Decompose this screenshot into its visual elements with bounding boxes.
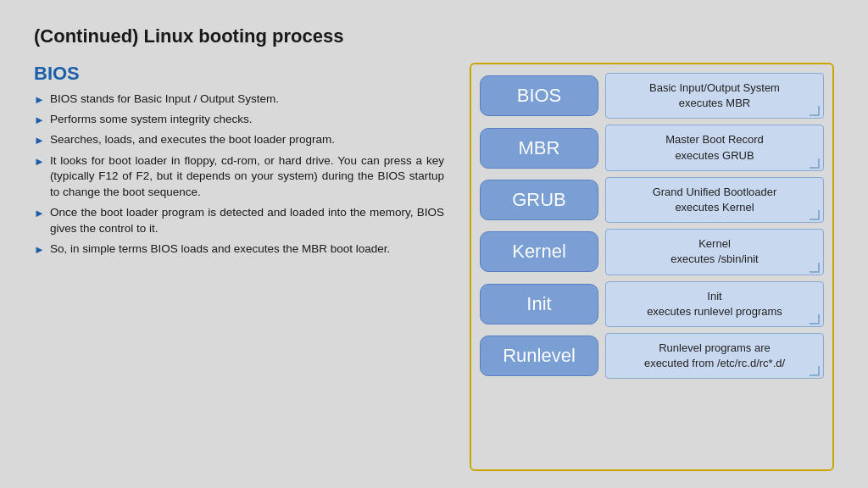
boot-label-init: Init: [480, 284, 598, 324]
bullet-arrow: ►: [34, 154, 45, 169]
boot-row-runlevel: RunlevelRunlevel programs areexecuted fr…: [480, 333, 824, 379]
boot-desc-bios: Basic Input/Output Systemexecutes MBR: [605, 73, 824, 119]
boot-desc-mbr: Master Boot Recordexecutes GRUB: [605, 125, 824, 170]
boot-desc-grub: Grand Unified Bootloaderexecutes Kernel: [605, 177, 824, 223]
boot-row-bios: BIOSBasic Input/Output Systemexecutes MB…: [480, 73, 824, 119]
bullet-arrow: ►: [34, 242, 45, 258]
boot-desc-line1-bios: Basic Input/Output System: [649, 81, 780, 94]
bullet-item: ►It looks for boot loader in floppy, cd-…: [34, 153, 444, 202]
right-panel: BIOSBasic Input/Output Systemexecutes MB…: [470, 63, 834, 471]
bullet-text: Searches, loads, and executes the boot l…: [50, 132, 335, 148]
boot-desc-kernel: Kernelexecutes /sbin/init: [605, 229, 824, 274]
bullet-text: BIOS stands for Basic Input / Output Sys…: [50, 92, 279, 108]
boot-desc-line2-bios: executes MBR: [679, 97, 751, 109]
boot-row-kernel: KernelKernelexecutes /sbin/init: [480, 229, 824, 274]
boot-row-grub: GRUBGrand Unified Bootloaderexecutes Ker…: [480, 177, 824, 223]
boot-desc-line2-mbr: executes GRUB: [675, 149, 754, 162]
bios-heading: BIOS: [34, 63, 444, 85]
bullet-arrow: ►: [34, 113, 45, 128]
bullet-item: ►So, in simple terms BIOS loads and exec…: [34, 241, 444, 258]
boot-desc-runlevel: Runlevel programs areexecuted from /etc/…: [605, 333, 824, 379]
bullet-text: Once the boot loader program is detected…: [50, 205, 444, 237]
bullet-arrow: ►: [34, 92, 45, 108]
boot-label-runlevel: Runlevel: [480, 336, 598, 376]
bullet-item: ►Performs some system integrity checks.: [34, 112, 444, 128]
boot-desc-line1-init: Init: [707, 290, 721, 302]
bullet-arrow: ►: [34, 206, 45, 221]
boot-label-grub: GRUB: [480, 180, 598, 220]
bullet-text: It looks for boot loader in floppy, cd-r…: [50, 153, 444, 202]
boot-desc-init: Initexecutes runlevel programs: [605, 281, 824, 327]
bullet-list: ►BIOS stands for Basic Input / Output Sy…: [34, 92, 444, 258]
boot-desc-line1-mbr: Master Boot Record: [665, 133, 764, 146]
boot-label-bios: BIOS: [480, 75, 598, 116]
boot-desc-line1-grub: Grand Unified Bootloader: [653, 186, 777, 198]
boot-desc-line2-runlevel: executed from /etc/rc.d/rc*.d/: [644, 357, 785, 369]
bullet-item: ►Once the boot loader program is detecte…: [34, 205, 444, 237]
bullet-item: ►BIOS stands for Basic Input / Output Sy…: [34, 92, 444, 108]
bullet-text: So, in simple terms BIOS loads and execu…: [50, 241, 390, 258]
boot-desc-line1-runlevel: Runlevel programs are: [659, 341, 771, 354]
boot-desc-line2-kernel: executes /sbin/init: [670, 252, 758, 265]
page: (Continued) Linux booting process BIOS ►…: [0, 0, 868, 488]
bullet-arrow: ►: [34, 133, 45, 148]
boot-row-init: InitInitexecutes runlevel programs: [480, 281, 824, 327]
boot-row-mbr: MBRMaster Boot Recordexecutes GRUB: [480, 125, 824, 170]
bullet-text: Performs some system integrity checks.: [50, 112, 253, 128]
boot-label-mbr: MBR: [480, 128, 598, 169]
bullet-item: ►Searches, loads, and executes the boot …: [34, 132, 444, 148]
boot-desc-line2-init: executes runlevel programs: [647, 305, 782, 318]
boot-label-kernel: Kernel: [480, 231, 598, 272]
content-area: BIOS ►BIOS stands for Basic Input / Outp…: [34, 63, 834, 471]
boot-desc-line2-grub: executes Kernel: [675, 201, 754, 214]
page-title: (Continued) Linux booting process: [34, 25, 834, 47]
boot-desc-line1-kernel: Kernel: [698, 237, 731, 250]
left-panel: BIOS ►BIOS stands for Basic Input / Outp…: [34, 63, 444, 471]
